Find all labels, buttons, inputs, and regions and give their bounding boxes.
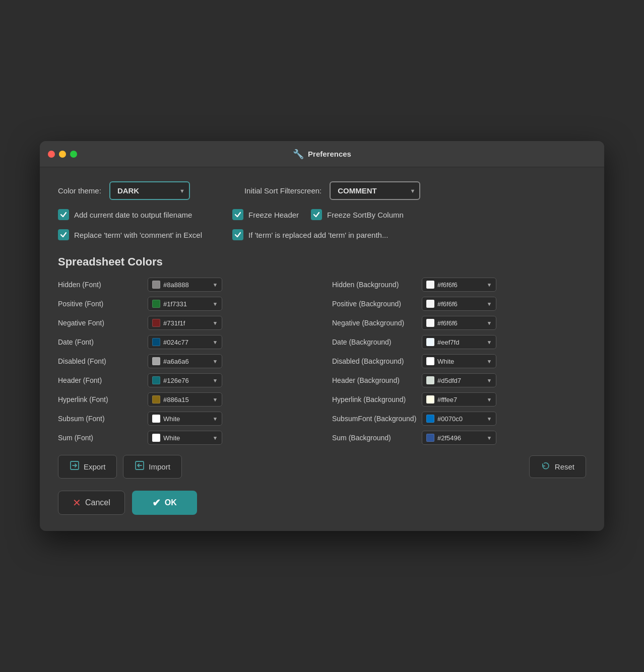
color-value-left-3: #024c77 [163,339,188,346]
import-label: Import [149,462,170,471]
color-label-right-0: Hidden (Background) [332,281,418,289]
dropdown-arrow-right-2: ▼ [487,320,492,326]
cancel-button[interactable]: ✕ Cancel [58,491,125,515]
color-label-right-4: Disabled (Background) [332,357,418,365]
minimize-button[interactable] [59,151,66,158]
color-selector-right-3[interactable]: #eef7fd ▼ [422,335,496,349]
color-swatch-left-3 [152,338,160,346]
dropdown-arrow-right-4: ▼ [487,359,492,364]
color-selector-left-5[interactable]: #126e76 ▼ [148,373,222,387]
color-swatch-right-6 [426,395,434,404]
color-label-left-3: Date (Font) [58,338,144,346]
color-label-right-8: Sum (Background) [332,434,418,442]
dropdown-arrow-left-5: ▼ [213,378,218,383]
color-theme-dropdown-wrap: DARK LIGHT [109,181,190,200]
checkbox-freeze-header[interactable] [232,209,243,220]
dropdown-arrow-right-1: ▼ [487,301,492,307]
color-selector-right-1[interactable]: #f6f6f6 ▼ [422,297,496,311]
color-selector-left-8[interactable]: White ▼ [148,431,222,445]
initial-sort-group: Initial Sort Filterscreen: COMMENT DATE … [244,181,420,200]
color-swatch-left-4 [152,357,160,365]
color-theme-dropdown[interactable]: DARK LIGHT [109,181,190,200]
dropdown-arrow-right-3: ▼ [487,340,492,345]
color-label-left-2: Negative Font) [58,319,144,327]
color-value-right-1: #f6f6f6 [437,300,458,308]
import-button[interactable]: Import [123,455,182,479]
color-selector-left-1[interactable]: #1f7331 ▼ [148,297,222,311]
color-label-left-7: Subsum (Font) [58,415,144,423]
dropdown-arrow-left-8: ▼ [213,435,218,441]
cancel-label: Cancel [85,498,110,507]
import-icon [135,460,145,473]
checkbox-if-term[interactable] [232,229,243,240]
color-selector-left-2[interactable]: #731f1f ▼ [148,316,222,330]
spreadsheet-colors-title: Spreadsheet Colors [58,255,586,268]
color-row-right-5: Header (Background) #d5dfd7 ▼ [332,373,586,387]
initial-sort-label: Initial Sort Filterscreen: [244,186,321,195]
dropdown-arrow-right-6: ▼ [487,397,492,402]
maximize-button[interactable] [70,151,77,158]
reset-group: Reset [529,455,586,478]
freeze-header-label: Freeze Header [248,211,299,219]
dropdown-arrow-right-8: ▼ [487,435,492,441]
color-swatch-left-1 [152,300,160,308]
color-selector-left-7[interactable]: White ▼ [148,412,222,426]
color-selector-left-0[interactable]: #8a8888 ▼ [148,278,222,292]
export-button[interactable]: Export [58,455,117,479]
color-selector-right-8[interactable]: #2f5496 ▼ [422,431,496,445]
color-selector-right-0[interactable]: #f6f6f6 ▼ [422,278,496,292]
color-selector-left-6[interactable]: #886a15 ▼ [148,392,222,407]
checkbox-if-term-row: If 'term' is replaced add 'term' in pare… [232,229,404,240]
ok-button[interactable]: ✔ OK [132,491,197,515]
color-row-left-8: Sum (Font) White ▼ [58,431,312,445]
color-theme-label: Color theme: [58,186,101,195]
color-value-left-7: White [163,415,180,423]
titlebar: 🔧 Preferences [40,141,604,167]
dropdown-arrow-left-6: ▼ [213,397,218,402]
color-row-right-2: Negative (Background) #f6f6f6 ▼ [332,316,586,330]
color-swatch-right-5 [426,376,434,384]
color-swatch-left-8 [152,434,160,442]
initial-sort-dropdown-wrap: COMMENT DATE TERM [330,181,420,200]
dropdown-arrow-left-3: ▼ [213,340,218,345]
color-selector-right-2[interactable]: #f6f6f6 ▼ [422,316,496,330]
ok-label: OK [165,498,177,507]
color-selector-left-4[interactable]: #a6a6a6 ▼ [148,354,222,368]
dropdown-arrow-left-7: ▼ [213,416,218,422]
close-button[interactable] [48,151,55,158]
reset-label: Reset [555,462,574,471]
color-swatch-left-2 [152,319,160,327]
initial-sort-dropdown[interactable]: COMMENT DATE TERM [330,181,420,200]
color-row-left-0: Hidden (Font) #8a8888 ▼ [58,278,312,292]
color-selector-right-5[interactable]: #d5dfd7 ▼ [422,373,496,387]
checkbox-replace-term[interactable] [58,229,69,240]
dropdown-arrow-right-0: ▼ [487,282,492,288]
color-selector-right-4[interactable]: White ▼ [422,354,496,368]
color-rows-grid: Hidden (Font) #8a8888 ▼ Hidden (Backgrou… [58,278,586,445]
color-selector-right-7[interactable]: #0070c0 ▼ [422,412,496,426]
color-row-left-3: Date (Font) #024c77 ▼ [58,335,312,349]
window-title: 🔧 Preferences [293,149,351,160]
color-value-left-8: White [163,434,180,442]
color-value-left-0: #8a8888 [163,281,189,289]
color-value-right-8: #2f5496 [437,434,461,442]
color-selector-left-3[interactable]: #024c77 ▼ [148,335,222,349]
color-swatch-right-2 [426,319,434,327]
checkbox-add-date[interactable] [58,209,69,220]
color-row-right-6: Hyperlink (Background) #fffee7 ▼ [332,392,586,407]
checkbox-freeze-sortby[interactable] [311,209,322,220]
dropdown-arrow-left-0: ▼ [213,282,218,288]
color-row-left-2: Negative Font) #731f1f ▼ [58,316,312,330]
color-swatch-left-6 [152,395,160,404]
freeze-sortby-label: Freeze SortBy Column [327,211,404,219]
color-swatch-left-0 [152,281,160,289]
color-row-left-1: Positive (Font) #1f7331 ▼ [58,297,312,311]
color-value-right-6: #fffee7 [437,396,457,404]
add-date-label: Add current date to output filename [74,211,192,219]
dropdown-arrow-right-7: ▼ [487,416,492,422]
reset-icon [541,461,551,473]
color-value-right-2: #f6f6f6 [437,319,458,327]
reset-button[interactable]: Reset [529,455,586,478]
color-selector-right-6[interactable]: #fffee7 ▼ [422,392,496,407]
action-buttons-row: Export Import [58,455,586,479]
